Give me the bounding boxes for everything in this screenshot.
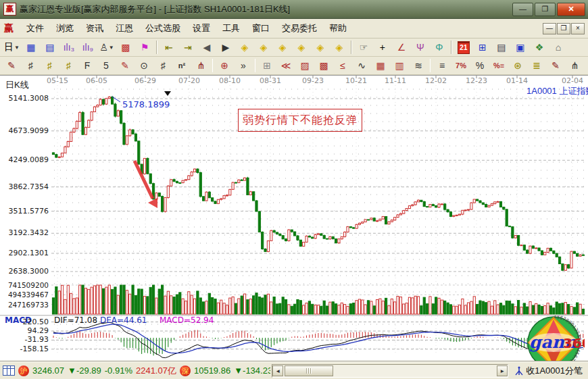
percent7-button[interactable]: 7% [452, 57, 470, 74]
draw-brush-button[interactable]: ✎ [3, 57, 20, 74]
info-list-icon[interactable]: ▤ [41, 39, 59, 55]
shenzhen-market-icon: 深 [180, 365, 191, 376]
percent-button[interactable]: % [471, 57, 489, 74]
gold-angle-button[interactable]: ∠ [585, 57, 588, 74]
notepad-button[interactable]: ▤ [493, 39, 510, 55]
menu-item[interactable]: 窗口 [246, 20, 276, 36]
compass-button[interactable]: ⊕ [216, 57, 233, 74]
save-button[interactable]: ▣ [512, 39, 529, 55]
price-grid2-button[interactable]: ▥ [391, 57, 408, 74]
parallel-lines-button[interactable]: ≋ [410, 57, 427, 74]
angle-tool-button[interactable]: ∠ [393, 39, 410, 55]
drawing-toolbar: ✎♯♯♯Ϝ5✎⊙♯n²⋔⊕»⊞≪▨▩≤∿▦▥≋≡7%%%≡⊛≣✎⋔∠J∠F∠∠∠… [0, 57, 588, 75]
menu-item[interactable]: 资讯 [80, 20, 109, 36]
last-bar-button[interactable]: ⇥ [179, 39, 197, 55]
ray-fan-button[interactable]: ≤ [334, 57, 351, 74]
gann-shrink-h-button[interactable]: ◈ [293, 39, 310, 55]
gold-circle-button[interactable]: ⊛ [509, 57, 526, 74]
date-axis-label: 05-15 [47, 76, 68, 85]
fan-box-button[interactable]: ▨ [296, 57, 314, 74]
menu-item[interactable]: 浏览 [50, 20, 80, 36]
shade-box-button[interactable]: ▩ [315, 57, 333, 74]
gann-expand-all-button[interactable]: ◈ [330, 39, 348, 55]
mdi-close-button[interactable]: × [571, 23, 585, 34]
menu-item[interactable]: 文件 [20, 20, 50, 36]
gold-lines-button[interactable]: ≣ [528, 57, 545, 74]
antenna-icon [515, 366, 523, 376]
prev-bar-button[interactable]: ◀ [198, 39, 216, 55]
fork-button[interactable]: ⋔ [566, 57, 583, 74]
mdi-minimize-button[interactable]: — [543, 23, 556, 34]
price-axis-label: 4249.0089 [1, 155, 49, 164]
price-axis-label: 5141.3008 [1, 94, 49, 103]
gann-fan-button[interactable]: ≪ [277, 57, 295, 74]
chart-area[interactable]: 日K线 1A0001 上证指数 5178.1899 弱势行情下不能抢反弹 MAC… [0, 75, 588, 361]
date-axis-label: 12-02 [425, 76, 447, 85]
fan-a-button[interactable]: ⋔ [192, 57, 210, 74]
close-button[interactable]: ✕ [557, 3, 585, 16]
marquee-icon[interactable]: ▩ [117, 39, 134, 55]
gann-wheel-purple-icon[interactable]: Ψ [412, 39, 429, 55]
gann-nav-left-button[interactable]: ◈ [236, 39, 253, 55]
calculator-button[interactable]: ⊞ [474, 39, 491, 55]
more-tools-button[interactable]: » [235, 57, 252, 74]
box-grid-button[interactable]: ⊞ [258, 57, 276, 74]
toolbar-separator [156, 41, 157, 54]
minimize-button[interactable]: — [512, 3, 533, 16]
gold-grid-b-button[interactable]: ♯ [59, 57, 77, 74]
gann-grid-button[interactable]: ♯ [22, 57, 39, 74]
toolbar-separator [451, 41, 452, 54]
brush-bars-button[interactable]: ✎ [547, 57, 564, 74]
time-circle-button[interactable]: ⊙ [135, 57, 153, 74]
quote-table-icon[interactable] [3, 365, 15, 376]
mdi-restore-button[interactable]: ❐ [557, 23, 570, 34]
fibonacci-grid-button[interactable]: Ϝ [78, 57, 96, 74]
menu-item[interactable]: 交易委托 [276, 20, 323, 36]
menu-item[interactable]: 设置 [187, 20, 216, 36]
menu-item[interactable]: 江恩 [109, 20, 139, 36]
horizontal-scrollbar[interactable]: ◄ ► [272, 364, 508, 378]
date-axis-label: 08-31 [260, 76, 281, 85]
menu-item[interactable]: 工具 [216, 20, 246, 36]
scroll-thumb[interactable] [285, 365, 333, 376]
ma9-chart-icon[interactable]: ılı₉ [79, 39, 97, 55]
indicator-dropdown-button[interactable]: ♙▼ [98, 39, 116, 55]
kline-period-button[interactable]: 日▼ [3, 39, 21, 55]
maximize-button[interactable]: ❐ [535, 3, 556, 16]
wave-button[interactable]: ∿ [353, 57, 370, 74]
distribution-button[interactable]: ≡ [433, 57, 451, 74]
gann-nav-right-button[interactable]: ◈ [255, 39, 272, 55]
color-flag-icon[interactable]: ⚑ [136, 39, 153, 55]
send-data-button[interactable]: ❖ [531, 39, 548, 55]
gann-wheel-green-icon[interactable]: Φ [431, 39, 448, 55]
menu-logo-icon: 赢 [4, 22, 14, 34]
first-bar-button[interactable]: ⇤ [160, 39, 178, 55]
spiral5-button[interactable]: 5 [97, 57, 115, 74]
crosshair-tool-button[interactable]: + [374, 39, 391, 55]
scroll-right-arrow[interactable]: ► [497, 365, 508, 376]
scroll-left-arrow[interactable]: ◄ [272, 365, 283, 376]
calendar-button[interactable]: 21 [455, 39, 472, 55]
price-axis-label: 2902.1301 [1, 249, 49, 257]
date-axis-label: 07-20 [178, 76, 200, 85]
price-axis-label: 3862.7354 [1, 182, 49, 191]
date-axis-label: 09-23 [302, 76, 324, 85]
gann-expand-h-button[interactable]: ◈ [274, 39, 291, 55]
price-grid-button[interactable]: ▦ [372, 57, 389, 74]
grid2-button[interactable]: ♯ [154, 57, 172, 74]
ma3-chart-icon[interactable]: ılı₃ [60, 39, 78, 55]
symbol-label: 1A0001 上证指数 [526, 85, 588, 97]
chart-window-icon[interactable]: ▦ [22, 39, 40, 55]
percent-lines-button[interactable]: %≡ [490, 57, 508, 74]
next-bar-button[interactable]: ▶ [217, 39, 235, 55]
toolbar-separator [430, 59, 431, 72]
hand-tool-button[interactable]: ☞ [355, 39, 372, 55]
gold-grid-a-button[interactable]: ♯ [41, 57, 58, 74]
n-square-button[interactable]: n² [173, 57, 191, 74]
menu-item[interactable]: 公式选股 [139, 20, 187, 36]
marker-brush-button[interactable]: ✎ [116, 57, 134, 74]
gann-shrink-all-button[interactable]: ◈ [312, 39, 329, 55]
menu-item[interactable]: 帮助 [323, 20, 353, 36]
remote-pc-button[interactable]: ⌂ [549, 39, 567, 55]
sh-change-pct: -0.91% [105, 365, 132, 376]
